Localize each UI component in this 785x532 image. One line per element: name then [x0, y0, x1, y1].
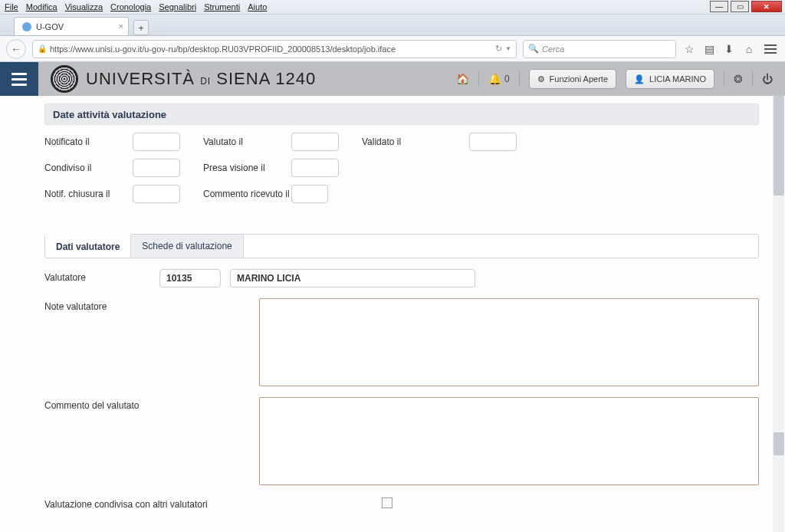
menu-help[interactable]: Aiuto: [248, 2, 267, 11]
university-seal-icon: [51, 65, 78, 93]
tab-title: U-GOV: [36, 22, 64, 31]
label-validato: Validato il: [362, 136, 423, 147]
section-title-bar: Date attività valutazione: [44, 103, 759, 125]
search-icon: 🔍: [528, 44, 539, 54]
label-commento-ricevuto: Commento ricevuto il: [203, 189, 303, 199]
input-valutatore-code[interactable]: [159, 269, 221, 287]
menu-edit[interactable]: Modifica: [26, 2, 57, 11]
user-button[interactable]: 👤 LICIA MARINO: [626, 69, 714, 89]
input-presa-visione[interactable]: [291, 159, 339, 177]
input-condiviso[interactable]: [133, 159, 180, 177]
label-notificato: Notificato il: [44, 136, 133, 147]
new-tab-button[interactable]: +: [133, 20, 149, 35]
window-close-button[interactable]: [751, 1, 782, 12]
label-condiviso: Condiviso il: [44, 163, 133, 173]
funzioni-aperte-button[interactable]: ⚙ Funzioni Aperte: [529, 69, 616, 89]
nav-back-button[interactable]: ←: [6, 39, 26, 59]
input-notif-chiusura[interactable]: [133, 185, 180, 203]
header-home-icon[interactable]: 🏠: [456, 73, 469, 85]
input-valutatore-name[interactable]: [230, 269, 475, 287]
input-valutato[interactable]: [291, 133, 339, 151]
tab-close-icon[interactable]: ×: [119, 21, 123, 31]
url-bar[interactable]: 🔒 https://www.unisi.u-gov.it/u-gov-ru/bp…: [32, 40, 517, 58]
browser-menu-bar: File Modifica Visualizza Cronologia Segn…: [0, 0, 785, 15]
tab-schede-valutazione[interactable]: Schede di valutazione: [131, 235, 243, 258]
menu-bookmarks[interactable]: Segnalibri: [159, 2, 196, 11]
separator: [519, 71, 520, 87]
scrollbar-thumb-secondary[interactable]: [774, 432, 784, 455]
bookmark-star-icon[interactable]: ☆: [682, 43, 696, 55]
browser-tab[interactable]: U-GOV ×: [14, 17, 129, 35]
notification-count: 0: [504, 74, 510, 84]
app-viewport: UNIVERSITÀ DI SIENA 1240 🏠 🔔 0 ⚙ Funzion…: [0, 62, 785, 532]
date-activity-grid: Notificato il Valutato il Validato il Co…: [44, 133, 759, 203]
label-presa-visione: Presa visione il: [203, 163, 291, 173]
section-title: Date attività valutazione: [53, 109, 166, 120]
content-shell: Date attività valutazione Notificato il …: [0, 96, 785, 532]
menu-history[interactable]: Cronologia: [110, 2, 151, 11]
browser-nav-toolbar: ← 🔒 https://www.unisi.u-gov.it/u-gov-ru/…: [0, 36, 785, 62]
bell-icon: 🔔: [488, 73, 501, 85]
app-title: UNIVERSITÀ DI SIENA 1240: [86, 69, 316, 89]
separator: [478, 71, 479, 87]
notifications[interactable]: 🔔 0: [488, 73, 510, 85]
browser-menu-button[interactable]: [762, 44, 779, 54]
label-condivisa: Valutazione condivisa con altri valutato…: [44, 496, 382, 510]
app-logo-area: UNIVERSITÀ DI SIENA 1240: [38, 65, 456, 93]
label-commento-valutato: Commento del valutato: [44, 397, 159, 411]
library-icon[interactable]: ▤: [702, 43, 716, 55]
input-commento-ricevuto[interactable]: [291, 185, 328, 203]
search-placeholder: Cerca: [542, 44, 564, 54]
input-validato[interactable]: [469, 133, 517, 151]
user-icon: 👤: [634, 74, 645, 84]
input-notificato[interactable]: [133, 133, 180, 151]
separator: [752, 71, 753, 87]
row-note-valutatore: Note valutatore: [44, 298, 759, 386]
content-main: Date attività valutazione Notificato il …: [38, 96, 773, 532]
checkbox-condivisa[interactable]: [382, 498, 392, 508]
browser-search-bar[interactable]: 🔍 Cerca: [523, 40, 676, 58]
help-icon[interactable]: ❂: [734, 73, 743, 85]
menu-view[interactable]: Visualizza: [65, 2, 103, 11]
row-valutatore: Valutatore: [44, 269, 759, 287]
window-minimize-button[interactable]: [710, 1, 728, 12]
gear-icon: ⚙: [537, 74, 545, 84]
url-dropdown-icon[interactable]: ▼: [505, 45, 511, 52]
label-note-valutatore: Note valutatore: [44, 298, 159, 312]
left-gutter: [0, 96, 38, 532]
label-valutatore: Valutatore: [44, 269, 159, 283]
menu-file[interactable]: File: [5, 2, 18, 11]
valutatore-form: Valutatore Note valutatore Commento del …: [44, 269, 759, 510]
lock-icon: 🔒: [38, 44, 47, 53]
separator: [724, 71, 724, 87]
home-icon[interactable]: ⌂: [742, 43, 756, 55]
browser-tabstrip: U-GOV × +: [0, 15, 785, 36]
downloads-icon[interactable]: ⬇: [722, 43, 736, 55]
textarea-note-valutatore[interactable]: [259, 298, 759, 386]
menu-tools[interactable]: Strumenti: [204, 2, 240, 11]
tab-favicon: [22, 22, 31, 31]
label-notif-chiusura: Notif. chiusura il: [44, 189, 133, 199]
right-gutter: [773, 96, 785, 532]
textarea-commento-valutato[interactable]: [259, 397, 759, 485]
app-header: UNIVERSITÀ DI SIENA 1240 🏠 🔔 0 ⚙ Funzion…: [0, 62, 785, 96]
reload-icon[interactable]: ↻: [495, 44, 502, 54]
tabset: Dati valutatore Schede di valutazione: [44, 234, 759, 258]
row-commento-valutato: Commento del valutato: [44, 397, 759, 485]
url-text: https://www.unisi.u-gov.it/u-gov-ru/bp/d…: [50, 44, 396, 54]
app-menu-button[interactable]: [0, 62, 38, 96]
power-icon[interactable]: ⏻: [762, 73, 773, 85]
app-header-right: 🏠 🔔 0 ⚙ Funzioni Aperte 👤 LICIA MARINO ❂…: [456, 69, 785, 89]
window-maximize-button[interactable]: [731, 1, 749, 12]
row-condivisa: Valutazione condivisa con altri valutato…: [44, 496, 759, 510]
scrollbar-thumb[interactable]: [774, 96, 784, 195]
tab-dati-valutatore[interactable]: Dati valutatore: [45, 234, 131, 258]
label-valutato: Valutato il: [203, 136, 291, 147]
window-controls: [710, 1, 782, 12]
